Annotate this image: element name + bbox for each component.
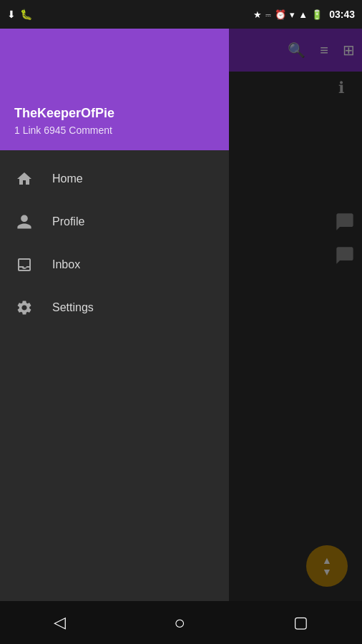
profile-label: Profile	[52, 215, 84, 228]
home-button[interactable]: ○	[174, 612, 185, 634]
home-icon	[14, 170, 34, 187]
time-display: 03:43	[329, 9, 355, 20]
settings-icon	[14, 299, 34, 316]
drawer-stats: 1 Link 6945 Comment	[14, 125, 215, 136]
nav-item-profile[interactable]: Profile	[0, 200, 229, 243]
inbox-label: Inbox	[52, 258, 80, 271]
drawer-nav: Home Profile Inbox	[0, 150, 229, 615]
settings-label: Settings	[52, 301, 94, 314]
battery-icon: 🔋	[311, 9, 323, 20]
alarm-icon: ⏰	[275, 9, 286, 20]
bluetooth-icon: ★	[253, 9, 262, 20]
recents-button[interactable]: ▢	[293, 613, 308, 632]
drawer-username: TheKeeperOfPie	[14, 106, 215, 121]
nav-item-home[interactable]: Home	[0, 157, 229, 200]
nav-item-settings[interactable]: Settings	[0, 286, 229, 329]
download-icon: ⬇	[7, 9, 16, 20]
bug-icon: 🐛	[20, 9, 32, 20]
nav-item-inbox[interactable]: Inbox	[0, 243, 229, 286]
drawer-header: TheKeeperOfPie 1 Link 6945 Comment	[0, 29, 229, 150]
status-bar: ⬇ 🐛 ★ ⎓ ⏰ ▾ ▲ 🔋 03:43	[0, 0, 362, 29]
wifi-icon: ▾	[290, 9, 295, 20]
navigation-drawer: TheKeeperOfPie 1 Link 6945 Comment Home …	[0, 29, 229, 615]
vibrate-icon: ⎓	[265, 9, 271, 20]
status-bar-left: ⬇ 🐛	[7, 9, 32, 20]
bottom-nav: ◁ ○ ▢	[0, 601, 362, 644]
signal-icon: ▲	[298, 9, 308, 20]
inbox-icon	[14, 256, 34, 273]
back-button[interactable]: ◁	[54, 613, 66, 632]
home-label: Home	[52, 172, 83, 185]
person-icon	[14, 213, 34, 230]
status-bar-right: ★ ⎓ ⏰ ▾ ▲ 🔋 03:43	[253, 9, 355, 20]
